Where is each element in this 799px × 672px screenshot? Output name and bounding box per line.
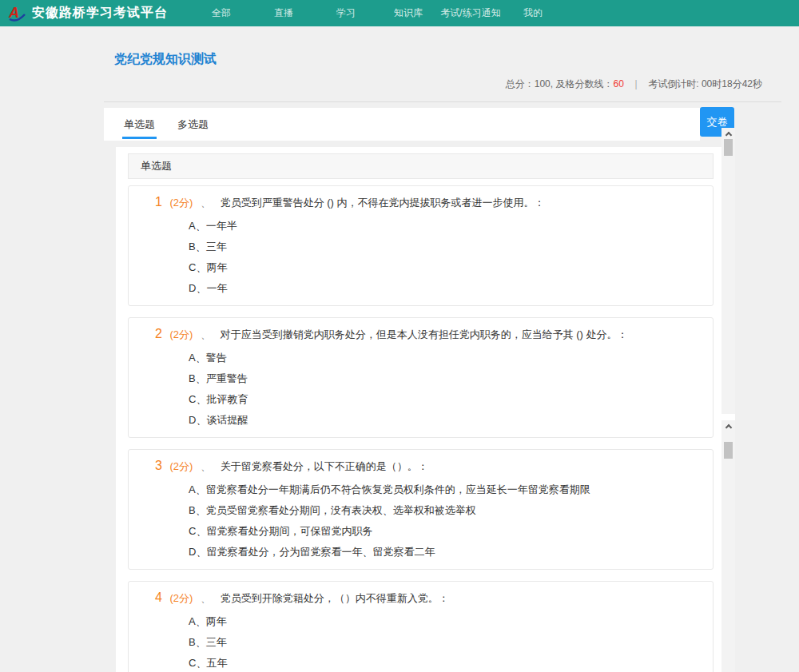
question-line: 3 (2分) 、 关于留党察看处分，以下不正确的是（）。：: [155, 458, 697, 475]
question-option[interactable]: A、留党察看处分一年期满后仍不符合恢复党员权利条件的，应当延长一年留党察看期限: [189, 479, 697, 500]
question-option[interactable]: B、严重警告: [189, 368, 697, 389]
question-list: 1 (2分) 、 党员受到严重警告处分 () 内，不得在党内提拔职务或者进一步使…: [128, 185, 714, 672]
tab-row: 单选题 多选题 交卷: [104, 108, 781, 141]
question-option[interactable]: B、三年: [189, 632, 697, 653]
question-option[interactable]: D、留党察看处分，分为留党察看一年、留党察看二年: [189, 542, 697, 563]
pass-score: 60: [613, 78, 623, 89]
question-score: (2分): [170, 197, 193, 209]
question-score: (2分): [170, 592, 193, 604]
question-card: 1 (2分) 、 党员受到严重警告处分 () 内，不得在党内提拔职务或者进一步使…: [128, 185, 714, 306]
question-option[interactable]: A、一年半: [189, 216, 697, 237]
question-line: 4 (2分) 、 党员受到开除党籍处分，（）内不得重新入党。：: [155, 590, 697, 606]
question-score: (2分): [170, 460, 193, 472]
question-option[interactable]: C、批评教育: [189, 389, 697, 410]
question-option[interactable]: B、党员受留党察看处分期间，没有表决权、选举权和被选举权: [189, 500, 697, 521]
section-header: 单选题: [128, 153, 714, 179]
question-text: 党员受到严重警告处分 () 内，不得在党内提拔职务或者进一步使用。：: [221, 197, 545, 209]
question-number: 1: [155, 195, 162, 209]
tab[interactable]: 单选题: [124, 108, 155, 141]
scroll-up-icon[interactable]: [721, 128, 735, 139]
question-option[interactable]: B、三年: [189, 237, 697, 257]
question-card: 3 (2分) 、 关于留党察看处分，以下不正确的是（）。： A、留党察看处分一年…: [128, 449, 714, 570]
main-container: 党纪党规知识测试 总分：100, 及格分数线：60 ｜ 考试倒计时: 00时18…: [104, 26, 781, 672]
nav-item[interactable]: 全部: [190, 6, 252, 20]
header-nav: 全部直播学习知识库考试/练习通知我的: [190, 6, 564, 20]
scroll-up-icon[interactable]: [721, 420, 735, 431]
question-separator: 、: [201, 592, 211, 604]
questions-panel: 单选题 1 (2分) 、 党员受到严重警告处分 () 内，不得在党内提拔职务或者…: [116, 147, 735, 672]
chevron-up-icon: [725, 132, 731, 138]
scrollbar[interactable]: [721, 420, 735, 672]
tab[interactable]: 多选题: [177, 108, 209, 141]
exam-info: 总分：100, 及格分数线：60 ｜ 考试倒计时: 00时18分42秒: [104, 78, 781, 91]
header-divider: [104, 101, 781, 102]
scrollbar[interactable]: [721, 128, 735, 414]
tabs: 单选题 多选题: [104, 108, 700, 141]
question-card: 4 (2分) 、 党员受到开除党籍处分，（）内不得重新入党。： A、两年B、三年…: [128, 581, 714, 672]
brand-logo-icon: A: [8, 5, 27, 22]
nav-item[interactable]: 我的: [502, 6, 564, 20]
question-score: (2分): [170, 328, 193, 340]
question-option[interactable]: A、两年: [189, 611, 697, 632]
question-option[interactable]: D、谈话提醒: [189, 410, 697, 431]
question-separator: 、: [201, 328, 211, 340]
app-header: A 安徽路桥学习考试平台 全部直播学习知识库考试/练习通知我的: [0, 0, 799, 26]
question-separator: 、: [201, 197, 211, 209]
brand-title[interactable]: 安徽路桥学习考试平台: [32, 5, 168, 22]
info-divider: ｜: [631, 78, 641, 89]
question-option[interactable]: D、一年: [189, 278, 697, 299]
question-number: 3: [155, 459, 162, 472]
question-text: 对于应当受到撤销党内职务处分，但是本人没有担任党内职务的，应当给予其 () 处分…: [221, 328, 628, 340]
question-line: 1 (2分) 、 党员受到严重警告处分 () 内，不得在党内提拔职务或者进一步使…: [155, 194, 697, 211]
option-list: A、一年半B、三年C、两年D、一年: [155, 216, 697, 299]
question-option[interactable]: C、两年: [189, 257, 697, 278]
nav-item[interactable]: 学习: [315, 6, 377, 20]
question-text: 关于留党察看处分，以下不正确的是（）。：: [221, 460, 428, 472]
option-list: A、留党察看处分一年期满后仍不符合恢复党员权利条件的，应当延长一年留党察看期限B…: [155, 479, 697, 563]
question-separator: 、: [201, 460, 211, 472]
scrollbar-thumb[interactable]: [724, 442, 733, 459]
option-list: A、警告B、严重警告C、批评教育D、谈话提醒: [155, 348, 697, 431]
page-title: 党纪党规知识测试: [104, 26, 781, 68]
exam-countdown: 考试倒计时: 00时18分42秒: [648, 78, 762, 89]
question-option[interactable]: C、留党察看处分期间，可保留党内职务: [189, 521, 697, 542]
question-number: 4: [155, 590, 162, 604]
question-line: 2 (2分) 、 对于应当受到撤销党内职务处分，但是本人没有担任党内职务的，应当…: [155, 326, 697, 343]
nav-item[interactable]: 考试/练习通知: [439, 6, 502, 20]
question-number: 2: [155, 327, 162, 340]
question-card: 2 (2分) 、 对于应当受到撤销党内职务处分，但是本人没有担任党内职务的，应当…: [128, 317, 714, 438]
tab-label: 单选题: [124, 117, 155, 132]
tab-label: 多选题: [177, 117, 209, 132]
scrollbar-thumb[interactable]: [724, 139, 733, 156]
score-summary: 总分：100, 及格分数线：: [506, 78, 614, 89]
nav-item[interactable]: 知识库: [377, 6, 439, 20]
option-list: A、两年B、三年C、五年D、十年: [155, 611, 697, 672]
svg-text:A: A: [8, 5, 19, 21]
question-option[interactable]: C、五年: [189, 653, 697, 672]
question-text: 党员受到开除党籍处分，（）内不得重新入党。：: [221, 592, 449, 604]
chevron-up-icon: [725, 424, 731, 431]
question-option[interactable]: A、警告: [189, 348, 697, 368]
nav-item[interactable]: 直播: [252, 6, 315, 20]
